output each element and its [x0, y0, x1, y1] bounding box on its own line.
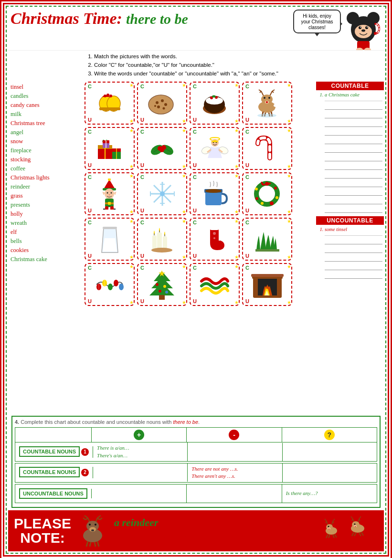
star-icon: ★ — [182, 209, 186, 214]
svg-point-132 — [165, 291, 168, 294]
svg-rect-113 — [209, 225, 220, 230]
card-elf: C U ★ ★ — [85, 172, 135, 215]
svg-line-151 — [326, 534, 328, 538]
svg-point-64 — [211, 139, 219, 147]
svg-point-7 — [367, 27, 368, 28]
svg-point-62 — [159, 147, 164, 152]
chart-question-2 — [283, 463, 377, 482]
chart-minus-2: There are not any …s.There aren't any …s… — [188, 463, 282, 482]
word-christmas-lights: Christmas lights — [11, 173, 81, 182]
instructions-list: Match the pictures with the words. Color… — [94, 53, 314, 77]
svg-point-45 — [274, 104, 277, 107]
svg-point-140 — [89, 524, 91, 526]
svg-line-153 — [333, 535, 334, 538]
star-icon: ★ — [182, 118, 186, 124]
word-milk: milk — [11, 110, 81, 119]
card-bells: C U ★ ★ — [85, 82, 135, 125]
svg-point-121 — [119, 284, 124, 290]
countable-item-2: _____________ — [325, 101, 382, 110]
card-reindeer: C U ★ ★ — [242, 82, 292, 125]
uncountable-item-1: some tinsel — [325, 226, 382, 236]
svg-line-142 — [86, 541, 88, 547]
card-cookies: C U ★ ★ — [137, 82, 187, 125]
word-fireplace: fireplace — [11, 146, 81, 155]
chart-col-minus-header: - — [187, 428, 282, 442]
header-right: Hi kids, enjoy your Christmas classes! — [293, 10, 381, 50]
picture-cards-area: C U ★ ★ — [83, 80, 315, 414]
chart-row-1: COUNTABLE NOUNS1 There is a/an…There's a… — [15, 442, 377, 462]
svg-point-34 — [212, 95, 216, 97]
star-icon: ★ — [129, 128, 134, 133]
card-fireplace: C U ★ ★ — [242, 263, 292, 306]
svg-point-24 — [161, 99, 164, 102]
countable-item-1: a Christmas cake — [325, 92, 382, 101]
countable-item-8: _____________ — [325, 153, 382, 161]
star-icon: ★ — [234, 264, 239, 269]
svg-rect-116 — [255, 249, 279, 252]
svg-point-4 — [359, 26, 361, 29]
please-note-label2: NOTE: — [20, 531, 64, 545]
card-tinsel: C U ★ ★ — [190, 263, 240, 306]
chart-col-question-header: ? — [282, 428, 377, 442]
countable-item-11: _____________ — [325, 179, 382, 187]
word-presents: presents — [11, 200, 81, 210]
card-stocking: C U ★ ★ — [190, 218, 240, 261]
instruction-3: Write the words under "countable" or "un… — [94, 70, 314, 77]
svg-point-92 — [160, 191, 165, 196]
subtitle: there to be — [126, 11, 188, 27]
chart-col-plus-header: + — [92, 428, 187, 442]
chart-header-row: + - ? — [15, 427, 377, 442]
card-grass: C U ★ ★ — [242, 218, 292, 261]
please-note-label-area: PLEASE NOTE: — [14, 516, 71, 545]
svg-point-76 — [111, 192, 112, 193]
card-christmas-tree: C U ★ ★ — [137, 263, 187, 306]
star-icon: ★ — [182, 128, 186, 133]
word-stocking: stocking — [11, 155, 81, 164]
uncountable-item-5: _____________ — [325, 262, 382, 270]
chart-question-3: Is there any…? — [282, 484, 377, 503]
card-presents: C U ★ ★ — [85, 127, 135, 170]
countable-list: a Christmas cake _____________ _________… — [316, 90, 384, 214]
svg-point-5 — [365, 26, 368, 29]
cards-row-5: C U ★ ★ — [85, 263, 313, 306]
svg-point-100 — [270, 201, 274, 205]
star-icon: ★ — [129, 118, 134, 124]
star-icon: ★ — [129, 264, 134, 269]
svg-rect-81 — [105, 206, 108, 210]
svg-point-17 — [105, 109, 107, 112]
cards-row-1: C U ★ ★ — [85, 82, 313, 125]
word-wreath: wreath — [11, 219, 81, 228]
word-holly: holly — [11, 210, 81, 219]
page-header: Christmas Time: there to be Hi kids, enj… — [7, 7, 385, 51]
svg-point-148 — [328, 526, 329, 527]
svg-point-114 — [213, 232, 216, 235]
mickey-icon — [346, 10, 381, 50]
star-icon: ★ — [287, 164, 291, 169]
countable-item-4: _____________ — [325, 118, 382, 127]
svg-rect-106 — [157, 232, 162, 250]
chart-plus-3 — [92, 484, 187, 503]
countable-item-3: _____________ — [325, 110, 382, 118]
chart-row-3: UNCOUNTABLE NOUNS Is there any…? — [15, 484, 377, 503]
svg-point-98 — [274, 187, 277, 190]
chart-plus-2 — [93, 463, 188, 482]
uncountable-list: some tinsel _____________ _____________ … — [316, 225, 384, 280]
svg-marker-126 — [149, 283, 174, 295]
svg-point-72 — [108, 179, 111, 181]
countable-item-12: _____________ — [325, 187, 382, 196]
star-icon: ★ — [287, 118, 291, 124]
svg-point-26 — [157, 105, 160, 108]
svg-line-163 — [361, 532, 363, 536]
svg-line-144 — [95, 542, 95, 547]
svg-rect-108 — [163, 236, 167, 250]
card-holly: C U ★ ★ — [137, 127, 187, 170]
svg-rect-107 — [152, 235, 157, 250]
chart-label-1: COUNTABLE NOUNS1 — [15, 446, 93, 458]
countable-item-6: _____________ — [325, 136, 382, 144]
star-icon: ★ — [129, 173, 134, 179]
svg-point-141 — [95, 524, 96, 526]
star-icon: ★ — [182, 164, 186, 169]
chart-col-label-header — [15, 428, 92, 442]
chart-instruction: 4. Complete this chart about countable a… — [15, 419, 377, 425]
svg-point-19 — [104, 95, 106, 97]
